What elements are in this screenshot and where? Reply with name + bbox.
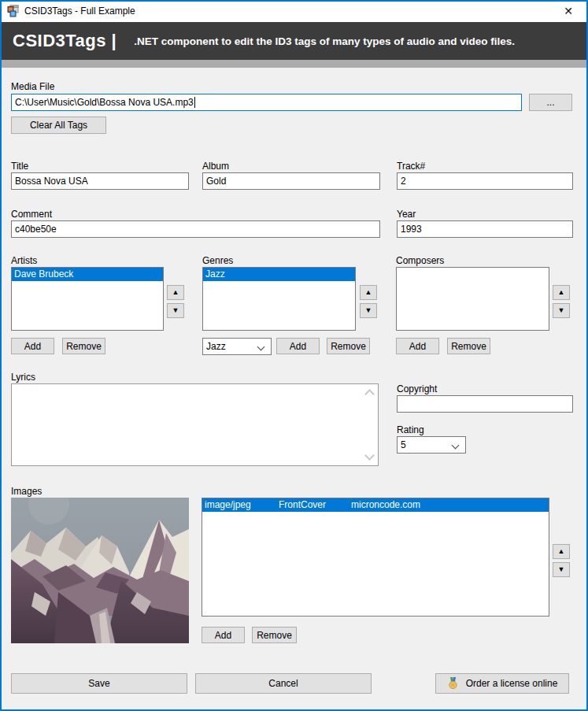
composers-move-up-button[interactable]: ▲ xyxy=(553,285,570,300)
year-label: Year xyxy=(397,209,416,220)
artists-listbox[interactable]: Dave Brubeck xyxy=(11,267,164,331)
up-arrow-icon: ▲ xyxy=(558,289,565,296)
images-add-button[interactable]: Add xyxy=(202,627,245,643)
close-icon[interactable]: ✕ xyxy=(555,0,582,22)
genre-combobox[interactable]: Jazz xyxy=(202,338,272,355)
images-selected-row[interactable]: image/jpeg FrontCover microncode.com xyxy=(202,498,549,512)
rating-combobox[interactable]: 5 xyxy=(397,436,466,454)
chevron-down-icon xyxy=(452,442,460,450)
images-label: Images xyxy=(11,486,42,497)
artists-label: Artists xyxy=(11,255,37,266)
title-label: Title xyxy=(11,161,28,172)
copyright-input[interactable] xyxy=(397,395,573,413)
chevron-down-icon xyxy=(257,343,265,351)
composers-remove-button[interactable]: Remove xyxy=(447,338,490,354)
images-move-down-button[interactable]: ▼ xyxy=(553,562,570,577)
up-arrow-icon: ▲ xyxy=(365,289,372,296)
clear-all-tags-button[interactable]: Clear All Tags xyxy=(11,117,106,134)
save-button[interactable]: Save xyxy=(11,673,187,694)
header-divider xyxy=(0,60,588,68)
composers-add-button[interactable]: Add xyxy=(396,338,439,354)
scroll-up-icon xyxy=(364,389,375,399)
images-move-up-button[interactable]: ▲ xyxy=(553,544,570,559)
browse-button[interactable]: ... xyxy=(529,94,572,111)
track-label: Track# xyxy=(397,161,425,172)
images-remove-button[interactable]: Remove xyxy=(252,627,297,643)
composers-listbox[interactable] xyxy=(396,267,549,331)
media-file-input[interactable]: C:\User\Music\Gold\Bossa Nova USA.mp3 xyxy=(11,94,522,111)
image-description: microncode.com xyxy=(351,498,420,512)
genres-remove-button[interactable]: Remove xyxy=(327,338,370,354)
genres-move-up-button[interactable]: ▲ xyxy=(360,285,377,300)
year-input[interactable]: 1993 xyxy=(397,220,573,238)
brand-title: CSID3Tags | xyxy=(13,31,116,51)
artists-move-up-button[interactable]: ▲ xyxy=(167,285,184,300)
genres-selected-item[interactable]: Jazz xyxy=(203,268,355,281)
images-listbox[interactable]: image/jpeg FrontCover microncode.com xyxy=(202,498,549,617)
window-title: CSID3Tags - Full Example xyxy=(24,0,135,22)
brand-tagline: .NET component to edit the ID3 tags of m… xyxy=(134,35,515,47)
medal-icon xyxy=(447,677,459,690)
down-arrow-icon: ▼ xyxy=(558,307,565,314)
genres-move-down-button[interactable]: ▼ xyxy=(360,303,377,318)
title-bar: CSID3Tags - Full Example ✕ xyxy=(0,0,588,22)
text-caret xyxy=(194,97,195,108)
app-icon xyxy=(7,5,20,17)
track-input[interactable]: 2 xyxy=(397,172,573,190)
comment-input[interactable]: c40be50e xyxy=(11,220,380,238)
order-license-button[interactable]: Order a license online xyxy=(435,673,569,694)
genres-label: Genres xyxy=(202,255,233,266)
lyrics-label: Lyrics xyxy=(11,372,35,383)
up-arrow-icon: ▲ xyxy=(558,548,565,555)
mountain-photo xyxy=(11,498,189,643)
media-file-label: Media File xyxy=(11,81,54,92)
genres-listbox[interactable]: Jazz xyxy=(202,267,356,331)
cover-art-image xyxy=(11,498,189,643)
cancel-button[interactable]: Cancel xyxy=(195,673,372,694)
title-input[interactable]: Bossa Nova USA xyxy=(11,172,189,190)
artists-selected-item[interactable]: Dave Brubeck xyxy=(12,268,163,281)
composers-label: Composers xyxy=(396,255,444,266)
down-arrow-icon: ▼ xyxy=(558,566,565,573)
app-header: CSID3Tags | .NET component to edit the I… xyxy=(0,22,588,60)
album-input[interactable]: Gold xyxy=(202,172,380,190)
composers-move-down-button[interactable]: ▼ xyxy=(553,303,570,318)
app-window: CSID3Tags - Full Example ✕ CSID3Tags | .… xyxy=(0,0,588,711)
down-arrow-icon: ▼ xyxy=(172,307,179,314)
genres-add-button[interactable]: Add xyxy=(276,338,320,354)
artists-remove-button[interactable]: Remove xyxy=(62,338,105,354)
comment-label: Comment xyxy=(11,209,52,220)
lyrics-input[interactable] xyxy=(11,383,379,466)
image-picture-type: FrontCover xyxy=(279,498,326,512)
down-arrow-icon: ▼ xyxy=(365,307,372,314)
rating-label: Rating xyxy=(397,424,424,435)
artists-move-down-button[interactable]: ▼ xyxy=(167,303,184,318)
image-mime-type: image/jpeg xyxy=(205,498,251,512)
album-label: Album xyxy=(202,161,229,172)
up-arrow-icon: ▲ xyxy=(172,289,179,296)
artists-add-button[interactable]: Add xyxy=(11,338,54,354)
copyright-label: Copyright xyxy=(397,383,437,394)
scroll-down-icon xyxy=(364,450,375,461)
